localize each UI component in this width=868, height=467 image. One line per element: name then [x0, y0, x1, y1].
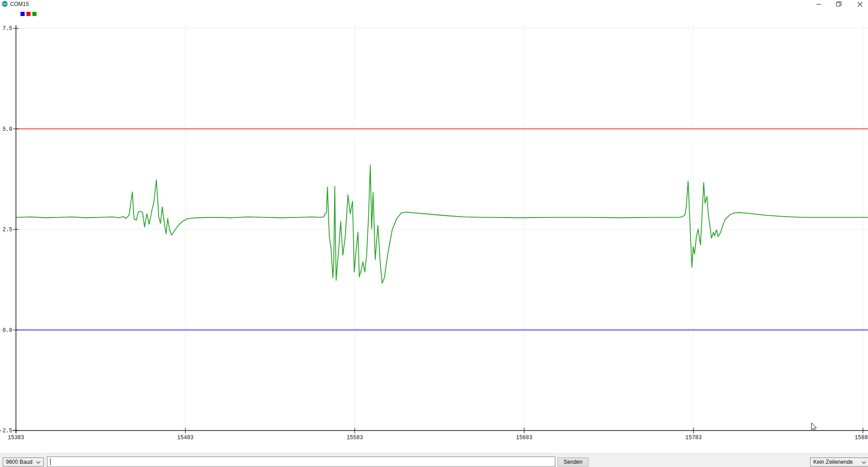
- plot-canvas: 1538315483155831568315783158837.55.02.50…: [0, 0, 868, 467]
- window-title: COM15: [10, 1, 29, 7]
- serial-message-input[interactable]: [47, 457, 555, 467]
- send-button[interactable]: Senden: [558, 457, 589, 467]
- svg-text:15583: 15583: [346, 435, 363, 441]
- close-icon: [858, 2, 863, 7]
- svg-text:5.0: 5.0: [2, 126, 12, 133]
- close-button[interactable]: [853, 0, 867, 8]
- legend-swatch-blue: [21, 12, 25, 16]
- serial-control-bar: 9600 Baud Senden Kein Zeilenende: [0, 453, 868, 467]
- chevron-down-icon: [36, 461, 41, 464]
- restore-button[interactable]: [832, 0, 846, 8]
- app-icon: [2, 1, 8, 7]
- svg-text:15483: 15483: [177, 435, 194, 441]
- text-caret: [50, 458, 51, 465]
- minimize-button[interactable]: [811, 0, 825, 8]
- minimize-icon: [816, 2, 821, 7]
- svg-text:0.0: 0.0: [2, 327, 12, 334]
- legend-swatch-red: [26, 12, 31, 16]
- svg-text:15883: 15883: [855, 435, 868, 441]
- baud-rate-select[interactable]: 9600 Baud: [3, 457, 44, 467]
- line-ending-select[interactable]: Kein Zeilenende: [810, 457, 868, 467]
- restore-icon: [836, 1, 842, 7]
- baud-rate-value: 9600 Baud: [6, 459, 32, 465]
- svg-text:7.5: 7.5: [2, 26, 12, 32]
- send-button-label: Senden: [563, 459, 582, 465]
- svg-text:-2.5: -2.5: [0, 428, 12, 434]
- svg-text:15383: 15383: [8, 435, 24, 441]
- chevron-down-icon: [862, 461, 866, 464]
- legend-swatch-green: [32, 12, 36, 16]
- svg-text:15683: 15683: [516, 435, 532, 441]
- svg-text:15783: 15783: [685, 435, 702, 441]
- svg-text:2.5: 2.5: [2, 227, 12, 233]
- mouse-cursor: [811, 422, 817, 431]
- line-ending-value: Kein Zeilenende: [813, 459, 853, 465]
- series-legend: [21, 12, 36, 16]
- title-bar: COM15: [0, 0, 868, 9]
